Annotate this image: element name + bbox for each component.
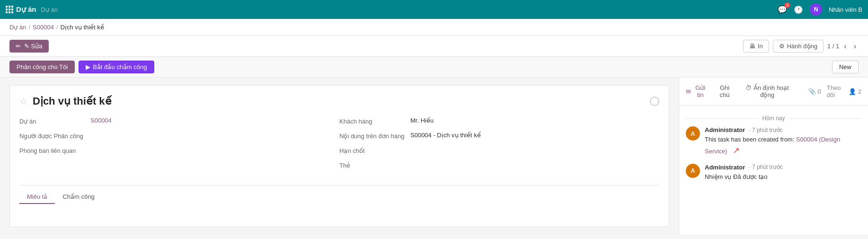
field-assignee: Người được Phân công xyxy=(19,132,330,140)
topbar-module[interactable]: Dự án xyxy=(41,6,58,13)
follower-count[interactable]: 👤 2 xyxy=(849,88,861,95)
topbar-right: 💬 2 🕐 N Nhân viên B xyxy=(778,3,862,16)
print-button[interactable]: 🖶 In xyxy=(743,40,769,53)
field-tag: Thẻ xyxy=(339,161,650,169)
field-label-assignee: Người được Phân công xyxy=(19,132,86,140)
action-bar: Phân công cho Tôi ▶ Bắt đầu chấm công Ne… xyxy=(0,57,868,78)
breadcrumb-root[interactable]: Dự án xyxy=(9,24,26,31)
field-label-department: Phòng ban liên quan xyxy=(19,146,86,154)
field-order-content: Nội dung trên đơn hàng S00004 - Dịch vụ … xyxy=(339,132,650,140)
toolbar: ✏ ✎ Sửa 🖶 In ⚙ Hành động 1 / 1 ‹ › xyxy=(0,36,868,57)
field-group-left: Dự án S00004 Người được Phân công Phòng … xyxy=(19,117,339,176)
field-value-order-content[interactable]: S00004 - Dịch vụ thiết kế xyxy=(410,132,481,139)
breadcrumb-sep1: / xyxy=(28,24,30,31)
prev-page-button[interactable]: ‹ xyxy=(841,41,849,52)
field-department: Phòng ban liên quan xyxy=(19,146,330,154)
send-message-button[interactable]: ✉ Gửi tin xyxy=(686,82,708,100)
field-customer: Khách hàng Mr. Hiếu xyxy=(339,117,650,125)
action-button[interactable]: ⚙ Hành động xyxy=(773,40,824,53)
tab-checkin[interactable]: Chấm công xyxy=(55,190,102,204)
field-label-order-content: Nội dung trên đơn hàng xyxy=(339,132,406,140)
field-value-customer[interactable]: Mr. Hiếu xyxy=(410,117,434,124)
user-name[interactable]: Nhân viên B xyxy=(829,6,862,13)
field-label-project: Dự án xyxy=(19,117,86,125)
user-avatar[interactable]: N xyxy=(810,3,822,16)
toolbar-left: ✏ ✎ Sửa xyxy=(9,40,49,53)
red-arrow-icon: ↗ xyxy=(733,144,740,157)
form-card: ☆ Dịch vụ thiết kế Dự án S00004 Người đư… xyxy=(9,85,669,227)
field-group-right: Khách hàng Mr. Hiếu Nội dung trên đơn hà… xyxy=(339,117,659,176)
chat-icon[interactable]: 💬 2 xyxy=(778,5,787,14)
avatar-1: A xyxy=(686,126,700,141)
msg-header-2: Administrator · 7 phút trước xyxy=(705,164,861,171)
status-toggle[interactable] xyxy=(650,97,659,106)
form-title-row: ☆ Dịch vụ thiết kế xyxy=(19,95,659,107)
topbar: Dự án Dự án 💬 2 🕐 N Nhân viên B xyxy=(0,0,868,19)
app-name: Dự án xyxy=(16,5,36,14)
msg-time-1: · 7 phút trước xyxy=(749,127,783,133)
grid-icon xyxy=(6,6,13,13)
chatter-toolbar: ✉ Gửi tin Ghi chú ⏱ Ấn định hoạt động 📎 … xyxy=(679,78,868,106)
activity-button[interactable]: ⏱ Ấn định hoạt động xyxy=(742,82,793,100)
msg-text-1: This task has been created from: S00004 … xyxy=(705,135,861,157)
app-logo[interactable]: Dự án xyxy=(6,5,36,14)
clock-icon[interactable]: 🕐 xyxy=(794,5,803,14)
chat-badge: 2 xyxy=(784,2,790,8)
new-button[interactable]: New xyxy=(832,61,859,73)
main-content: ☆ Dịch vụ thiết kế Dự án S00004 Người đư… xyxy=(0,78,868,235)
breadcrumb: Dự án / S00004 / Dịch vụ thiết kế xyxy=(0,19,868,36)
msg-text-2: Nhiệm vụ Đã được tạo xyxy=(705,172,861,182)
form-title: Dịch vụ thiết kế xyxy=(33,95,112,107)
checkin-button[interactable]: ▶ Bắt đầu chấm công xyxy=(79,61,154,73)
breadcrumb-current: Dịch vụ thiết kế xyxy=(61,24,104,31)
pagination: 1 / 1 ‹ › xyxy=(827,41,859,52)
breadcrumb-sep2: / xyxy=(56,24,58,31)
edit-button[interactable]: ✏ ✎ Sửa xyxy=(9,40,49,53)
field-label-customer: Khách hàng xyxy=(339,117,406,125)
breadcrumb-level2[interactable]: S00004 xyxy=(33,24,54,31)
assign-button[interactable]: Phân công cho Tôi xyxy=(9,61,75,73)
right-panel: ✉ Gửi tin Ghi chú ⏱ Ấn định hoạt động 📎 … xyxy=(679,78,868,235)
attachment-count[interactable]: 📎 0 xyxy=(808,88,821,95)
field-deadline: Hạn chốt xyxy=(339,146,650,154)
form-tabs: Miêu tả Chấm công xyxy=(19,185,659,204)
msg-link-1[interactable]: S00004 (Design Service) xyxy=(705,136,840,155)
msg-time-2: · 7 phút trước xyxy=(749,164,783,170)
pagination-text: 1 / 1 xyxy=(827,43,839,50)
msg-content-2: Administrator · 7 phút trước Nhiệm vụ Đã… xyxy=(705,164,861,182)
topbar-left: Dự án Dự án xyxy=(6,5,58,14)
left-panel: ☆ Dịch vụ thiết kế Dự án S00004 Người đư… xyxy=(0,78,679,235)
msg-author-2: Administrator xyxy=(705,164,745,171)
date-divider: Hôm nay xyxy=(686,115,861,122)
msg-header-1: Administrator · 7 phút trước xyxy=(705,126,861,133)
message-item-2: A Administrator · 7 phút trước Nhiệm vụ … xyxy=(686,164,861,182)
messages-area: Hôm nay A Administrator · 7 phút trước T… xyxy=(679,106,868,235)
msg-content-1: Administrator · 7 phút trước This task h… xyxy=(705,126,861,157)
action-bar-left: Phân công cho Tôi ▶ Bắt đầu chấm công xyxy=(9,61,154,73)
play-icon: ▶ xyxy=(86,63,90,71)
follow-button[interactable]: Theo dõi xyxy=(827,84,843,98)
field-label-deadline: Hạn chốt xyxy=(339,146,406,154)
chatter-meta: 📎 0 Theo dõi 👤 2 xyxy=(808,84,861,98)
field-project: Dự án S00004 xyxy=(19,117,330,125)
field-value-project[interactable]: S00004 xyxy=(90,117,112,124)
followers-icon: 👤 xyxy=(849,88,856,95)
message-item-1: A Administrator · 7 phút trước This task… xyxy=(686,126,861,157)
send-icon: ✉ xyxy=(686,88,691,95)
attach-icon: 📎 xyxy=(808,88,816,95)
star-icon[interactable]: ☆ xyxy=(19,96,28,107)
avatar-2: A xyxy=(686,164,700,178)
msg-author-1: Administrator xyxy=(705,126,745,133)
next-page-button[interactable]: › xyxy=(851,41,859,52)
form-fields: Dự án S00004 Người được Phân công Phòng … xyxy=(19,117,659,176)
toolbar-right: 🖶 In ⚙ Hành động 1 / 1 ‹ › xyxy=(743,40,859,53)
field-label-tag: Thẻ xyxy=(339,161,406,169)
note-button[interactable]: Ghi chú xyxy=(715,82,734,100)
tab-description[interactable]: Miêu tả xyxy=(19,190,55,204)
